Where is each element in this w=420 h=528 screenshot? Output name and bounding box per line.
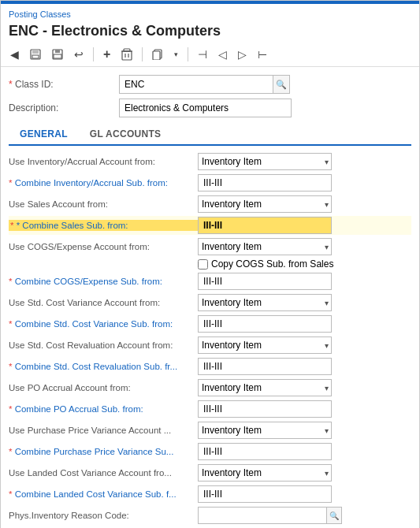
svg-rect-4 bbox=[55, 50, 60, 53]
combine-po-accrual-sub-label: Combine PO Accrual Sub. from: bbox=[9, 404, 198, 414]
breadcrumb-area: Posting Classes bbox=[1, 4, 419, 21]
undo-btn[interactable]: ↩ bbox=[71, 46, 87, 62]
use-cogs-expense-row: Use COGS/Expense Account from: Inventory… bbox=[9, 237, 411, 256]
first-btn[interactable]: ⊣ bbox=[195, 46, 210, 62]
combine-landed-cost-variance-sub-input[interactable] bbox=[198, 485, 332, 503]
use-landed-cost-variance-label: Use Landed Cost Variance Account fro... bbox=[9, 468, 198, 478]
description-label: Description: bbox=[9, 102, 119, 113]
separator-1 bbox=[93, 47, 94, 61]
save-btn[interactable] bbox=[49, 47, 66, 61]
combine-cogs-expense-sub-row: Combine COGS/Expense Sub. from: bbox=[9, 272, 411, 291]
combine-purchase-price-variance-sub-input[interactable] bbox=[198, 443, 332, 460]
breadcrumb[interactable]: Posting Classes bbox=[9, 9, 71, 19]
combine-std-cost-variance-sub-row: Combine Std. Cost Variance Sub. from: bbox=[9, 314, 411, 333]
use-std-cost-revaluation-label: Use Std. Cost Revaluation Account from: bbox=[9, 340, 198, 350]
copy-cogs-label: Copy COGS Sub. from Sales bbox=[211, 258, 333, 270]
phys-inventory-reason-row: Phys.Inventory Reason Code: 🔍 bbox=[9, 506, 411, 525]
use-inventory-accrual-row: Use Inventory/Accrual Account from: Inve… bbox=[9, 152, 411, 171]
use-sales-select[interactable]: Inventory Item Inventory Subaccount bbox=[198, 195, 332, 213]
use-landed-cost-variance-select[interactable]: Inventory Item Inventory Subaccount bbox=[198, 464, 332, 482]
use-std-cost-variance-dropdown-wrapper: Inventory Item Inventory Subaccount bbox=[198, 294, 332, 311]
phys-inventory-reason-label: Phys.Inventory Reason Code: bbox=[9, 511, 198, 520]
use-cogs-expense-label: Use COGS/Expense Account from: bbox=[9, 242, 198, 251]
combine-sales-sub-label: * Combine Sales Sub. from: bbox=[9, 220, 198, 231]
use-cogs-expense-dropdown-wrapper: Inventory Item Inventory Subaccount bbox=[198, 238, 332, 255]
use-po-accrual-dropdown-wrapper: Inventory Item Inventory Subaccount bbox=[198, 379, 332, 396]
tabs: GENERAL GL ACCOUNTS bbox=[9, 124, 411, 146]
back-btn[interactable]: ◀ bbox=[7, 46, 22, 62]
copy-dropdown-btn[interactable]: ▾ bbox=[171, 49, 181, 60]
combine-inventory-accrual-sub-input[interactable] bbox=[198, 174, 332, 191]
description-row: Description: bbox=[9, 99, 411, 117]
use-purchase-price-variance-select[interactable]: Inventory Item Inventory Subaccount bbox=[198, 422, 332, 439]
copy-cogs-checkbox-row: Copy COGS Sub. from Sales bbox=[9, 258, 411, 270]
combine-std-cost-revaluation-sub-input[interactable] bbox=[198, 358, 332, 375]
combine-cogs-expense-sub-input[interactable] bbox=[198, 273, 332, 290]
combine-cogs-expense-sub-label: Combine COGS/Expense Sub. from: bbox=[9, 277, 198, 286]
use-landed-cost-variance-dropdown-wrapper: Inventory Item Inventory Subaccount bbox=[198, 464, 332, 482]
use-po-accrual-row: Use PO Accrual Account from: Inventory I… bbox=[9, 378, 411, 397]
copy-btn[interactable] bbox=[149, 47, 166, 61]
description-input[interactable] bbox=[119, 99, 292, 117]
combine-std-cost-revaluation-sub-row: Combine Std. Cost Revaluation Sub. fr... bbox=[9, 357, 411, 376]
use-po-accrual-label: Use PO Accrual Account from: bbox=[9, 383, 198, 392]
toolbar: ◀ ↩ + ▾ ⊣ ◁ ▷ ⊢ bbox=[1, 43, 419, 67]
combine-po-accrual-sub-input[interactable] bbox=[198, 400, 332, 418]
use-std-cost-variance-select[interactable]: Inventory Item Inventory Subaccount bbox=[198, 294, 332, 311]
combine-po-accrual-sub-row: Combine PO Accrual Sub. from: bbox=[9, 400, 411, 418]
use-inventory-accrual-label: Use Inventory/Accrual Account from: bbox=[9, 157, 198, 166]
svg-rect-1 bbox=[32, 50, 39, 54]
svg-rect-12 bbox=[153, 51, 160, 60]
svg-rect-2 bbox=[32, 55, 39, 58]
last-btn[interactable]: ⊢ bbox=[255, 46, 270, 62]
separator-2 bbox=[142, 47, 143, 61]
use-purchase-price-variance-label: Use Purchase Price Variance Account ... bbox=[9, 426, 198, 435]
combine-landed-cost-variance-sub-label: Combine Landed Cost Variance Sub. f... bbox=[9, 489, 198, 499]
use-std-cost-revaluation-row: Use Std. Cost Revaluation Account from: … bbox=[9, 336, 411, 355]
general-section: Use Inventory/Accrual Account from: Inve… bbox=[9, 146, 411, 528]
use-std-cost-variance-row: Use Std. Cost Variance Account from: Inv… bbox=[9, 293, 411, 312]
tab-general[interactable]: GENERAL bbox=[9, 124, 79, 146]
use-std-cost-revaluation-select[interactable]: Inventory Item Inventory Subaccount bbox=[198, 337, 332, 354]
combine-purchase-price-variance-sub-label: Combine Purchase Price Variance Su... bbox=[9, 447, 198, 456]
class-id-input[interactable] bbox=[119, 75, 273, 94]
phys-inventory-reason-search-btn[interactable]: 🔍 bbox=[326, 507, 342, 524]
use-std-cost-revaluation-dropdown-wrapper: Inventory Item Inventory Subaccount bbox=[198, 337, 332, 354]
combine-purchase-price-variance-sub-row: Combine Purchase Price Variance Su... bbox=[9, 442, 411, 461]
tab-gl-accounts[interactable]: GL ACCOUNTS bbox=[79, 124, 173, 144]
class-id-field-wrapper: 🔍 bbox=[119, 75, 290, 94]
separator-3 bbox=[188, 47, 188, 61]
use-po-accrual-select[interactable]: Inventory Item Inventory Subaccount bbox=[198, 379, 332, 396]
combine-inventory-accrual-sub-label: Combine Inventory/Accrual Sub. from: bbox=[9, 178, 198, 188]
copy-cogs-checkbox[interactable] bbox=[198, 259, 208, 270]
combine-sales-sub-row: * Combine Sales Sub. from: bbox=[9, 216, 411, 235]
class-id-search-btn[interactable]: 🔍 bbox=[273, 75, 290, 94]
use-sales-row: Use Sales Account from: Inventory Item I… bbox=[9, 195, 411, 214]
page-title: ENC - Electronics & Computers bbox=[1, 21, 419, 43]
phys-inventory-reason-input[interactable] bbox=[198, 507, 326, 524]
save-menu-btn[interactable] bbox=[27, 47, 44, 61]
add-btn[interactable]: + bbox=[100, 46, 113, 63]
form-area: Class ID: 🔍 Description: GENERAL GL ACCO… bbox=[1, 67, 419, 528]
class-id-row: Class ID: 🔍 bbox=[9, 75, 411, 94]
use-sales-dropdown-wrapper: Inventory Item Inventory Subaccount bbox=[198, 195, 332, 213]
next-btn[interactable]: ▷ bbox=[235, 46, 250, 62]
combine-sales-sub-input[interactable] bbox=[198, 217, 332, 234]
phys-inventory-reason-search-wrapper: 🔍 bbox=[198, 507, 411, 524]
prev-btn[interactable]: ◁ bbox=[215, 46, 230, 62]
class-id-label: Class ID: bbox=[9, 79, 119, 90]
combine-inventory-accrual-sub-row: Combine Inventory/Accrual Sub. from: bbox=[9, 173, 411, 192]
use-cogs-expense-select[interactable]: Inventory Item Inventory Subaccount bbox=[198, 238, 332, 255]
use-inventory-accrual-select[interactable]: Inventory Item Inventory Subaccount bbox=[198, 153, 332, 170]
combine-landed-cost-variance-sub-row: Combine Landed Cost Variance Sub. f... bbox=[9, 485, 411, 504]
use-std-cost-variance-label: Use Std. Cost Variance Account from: bbox=[9, 298, 198, 307]
use-purchase-price-variance-dropdown-wrapper: Inventory Item Inventory Subaccount bbox=[198, 422, 332, 439]
svg-rect-6 bbox=[122, 51, 132, 60]
use-sales-label: Use Sales Account from: bbox=[9, 199, 198, 209]
combine-std-cost-revaluation-sub-label: Combine Std. Cost Revaluation Sub. fr... bbox=[9, 362, 198, 371]
use-purchase-price-variance-row: Use Purchase Price Variance Account ... … bbox=[9, 421, 411, 440]
combine-std-cost-variance-sub-label: Combine Std. Cost Variance Sub. from: bbox=[9, 319, 198, 329]
combine-std-cost-variance-sub-input[interactable] bbox=[198, 315, 332, 333]
delete-btn[interactable] bbox=[118, 46, 136, 62]
svg-rect-5 bbox=[54, 54, 61, 58]
